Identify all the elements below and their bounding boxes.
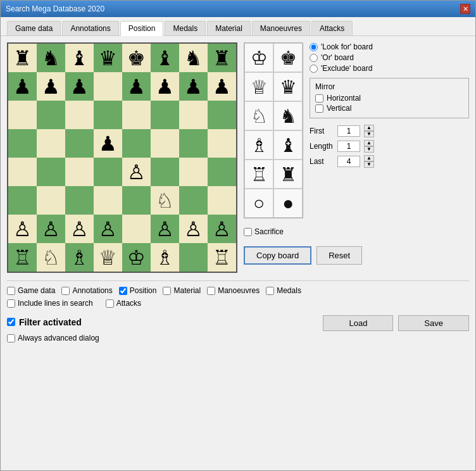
piece-black-4[interactable]: ♜ xyxy=(273,160,303,189)
board-cell-37[interactable] xyxy=(151,158,179,186)
board-cell-17[interactable] xyxy=(37,101,65,129)
board-cell-5[interactable]: ♝ xyxy=(151,44,179,72)
board-cell-43[interactable] xyxy=(94,186,122,215)
board-cell-24[interactable] xyxy=(8,129,37,158)
board-cell-55[interactable]: ♙ xyxy=(208,215,236,243)
board-cell-42[interactable] xyxy=(65,186,94,215)
board-cell-12[interactable]: ♟ xyxy=(122,72,151,101)
board-cell-34[interactable] xyxy=(65,158,94,186)
cb-game-data[interactable]: Game data xyxy=(7,286,55,295)
piece-white-0[interactable]: ♔ xyxy=(244,43,273,72)
cb-medals[interactable]: Medals xyxy=(266,286,301,295)
copy-board-button[interactable]: Copy board xyxy=(244,246,311,265)
board-cell-54[interactable]: ♙ xyxy=(179,215,208,243)
board-cell-59[interactable]: ♕ xyxy=(94,243,122,272)
piece-black-5[interactable]: ● xyxy=(273,189,303,218)
spinner-length-up[interactable]: ▲ xyxy=(364,140,374,146)
board-cell-39[interactable] xyxy=(208,158,236,186)
board-cell-40[interactable] xyxy=(8,186,37,215)
spinner-last-up[interactable]: ▲ xyxy=(364,155,374,161)
board-cell-27[interactable]: ♟ xyxy=(94,129,122,158)
board-cell-53[interactable]: ♙ xyxy=(151,215,179,243)
board-cell-19[interactable] xyxy=(94,101,122,129)
board-cell-44[interactable] xyxy=(122,186,151,215)
board-cell-56[interactable]: ♖ xyxy=(8,243,37,272)
board-cell-13[interactable]: ♟ xyxy=(151,72,179,101)
board-cell-48[interactable]: ♙ xyxy=(8,215,37,243)
cb-material[interactable]: Material xyxy=(163,286,201,295)
board-cell-22[interactable] xyxy=(179,101,208,129)
tab-attacks[interactable]: Attacks xyxy=(311,21,353,35)
board-cell-29[interactable] xyxy=(151,129,179,158)
board-cell-15[interactable]: ♟ xyxy=(208,72,236,101)
board-cell-33[interactable] xyxy=(37,158,65,186)
piece-white-2[interactable]: ♘ xyxy=(244,101,273,130)
radio-look-for[interactable]: 'Look for' board xyxy=(310,42,469,51)
mirror-horizontal-checkbox[interactable]: Horizontal xyxy=(315,94,463,103)
board-cell-49[interactable]: ♙ xyxy=(37,215,65,243)
save-button[interactable]: Save xyxy=(398,315,469,331)
board-cell-8[interactable]: ♟ xyxy=(8,72,37,101)
cb-attacks[interactable]: Attacks xyxy=(106,299,141,308)
board-cell-57[interactable]: ♘ xyxy=(37,243,65,272)
piece-black-0[interactable]: ♚ xyxy=(273,43,303,72)
board-cell-25[interactable] xyxy=(37,129,65,158)
board-cell-21[interactable] xyxy=(151,101,179,129)
cb-position[interactable]: Position xyxy=(119,286,157,295)
board-cell-46[interactable] xyxy=(179,186,208,215)
piece-white-4[interactable]: ♖ xyxy=(244,160,273,189)
board-cell-14[interactable]: ♟ xyxy=(179,72,208,101)
board-cell-20[interactable] xyxy=(122,101,151,129)
load-button[interactable]: Load xyxy=(323,315,393,331)
piece-black-3[interactable]: ♝ xyxy=(273,130,303,160)
board-cell-18[interactable] xyxy=(65,101,94,129)
chess-board[interactable]: ♜♞♝♛♚♝♞♜♟♟♟♟♟♟♟♟♙♘♙♙♙♙♙♙♙♖♘♗♕♔♗♖ xyxy=(7,42,237,273)
spinner-first-down[interactable]: ▼ xyxy=(364,131,374,137)
cb-manoeuvres[interactable]: Manoeuvres xyxy=(207,286,260,295)
board-cell-1[interactable]: ♞ xyxy=(37,44,65,72)
board-cell-26[interactable] xyxy=(65,129,94,158)
board-cell-51[interactable]: ♙ xyxy=(94,215,122,243)
tab-position[interactable]: Position xyxy=(120,21,164,36)
tab-material[interactable]: Material xyxy=(207,21,251,35)
cb-always-advanced[interactable]: Always advanced dialog xyxy=(7,334,469,342)
board-cell-62[interactable] xyxy=(179,243,208,272)
piece-black-2[interactable]: ♞ xyxy=(273,101,303,130)
piece-palette[interactable]: ♔♚♕♛♘♞♗♝♖♜○● xyxy=(244,42,303,218)
cb-annotations[interactable]: Annotations xyxy=(61,286,112,295)
spinner-length-down[interactable]: ▼ xyxy=(364,146,374,153)
tab-manoeuvres[interactable]: Manoeuvres xyxy=(252,21,310,35)
board-cell-2[interactable]: ♝ xyxy=(65,44,94,72)
board-cell-31[interactable] xyxy=(208,129,236,158)
board-cell-32[interactable] xyxy=(8,158,37,186)
board-cell-41[interactable] xyxy=(37,186,65,215)
spinner-length-input[interactable] xyxy=(337,141,360,152)
cb-include-lines[interactable]: Include lines in search xyxy=(7,299,93,308)
board-cell-4[interactable]: ♚ xyxy=(122,44,151,72)
board-cell-45[interactable]: ♘ xyxy=(151,186,179,215)
board-cell-23[interactable] xyxy=(208,101,236,129)
board-cell-35[interactable] xyxy=(94,158,122,186)
board-cell-0[interactable]: ♜ xyxy=(8,44,37,72)
piece-white-5[interactable]: ○ xyxy=(244,189,273,218)
sacrifice-checkbox[interactable]: Sacrifice xyxy=(244,227,284,236)
board-cell-52[interactable] xyxy=(122,215,151,243)
filter-activated-checkbox[interactable] xyxy=(7,318,15,326)
board-cell-10[interactable]: ♟ xyxy=(65,72,94,101)
spinner-first-input[interactable] xyxy=(337,125,360,137)
radio-exclude-board[interactable]: 'Exclude' board xyxy=(310,64,469,73)
spinner-last-input[interactable] xyxy=(337,156,360,167)
board-cell-50[interactable]: ♙ xyxy=(65,215,94,243)
board-cell-3[interactable]: ♛ xyxy=(94,44,122,72)
board-cell-9[interactable]: ♟ xyxy=(37,72,65,101)
board-cell-28[interactable] xyxy=(122,129,151,158)
tab-medals[interactable]: Medals xyxy=(165,21,206,35)
board-cell-58[interactable]: ♗ xyxy=(65,243,94,272)
spinner-last-down[interactable]: ▼ xyxy=(364,161,374,168)
tab-game-data[interactable]: Game data xyxy=(7,21,61,35)
piece-white-3[interactable]: ♗ xyxy=(244,130,273,160)
board-cell-38[interactable] xyxy=(179,158,208,186)
radio-or-board[interactable]: 'Or' board xyxy=(310,53,469,62)
close-button[interactable]: ✕ xyxy=(460,4,470,14)
board-cell-16[interactable] xyxy=(8,101,37,129)
